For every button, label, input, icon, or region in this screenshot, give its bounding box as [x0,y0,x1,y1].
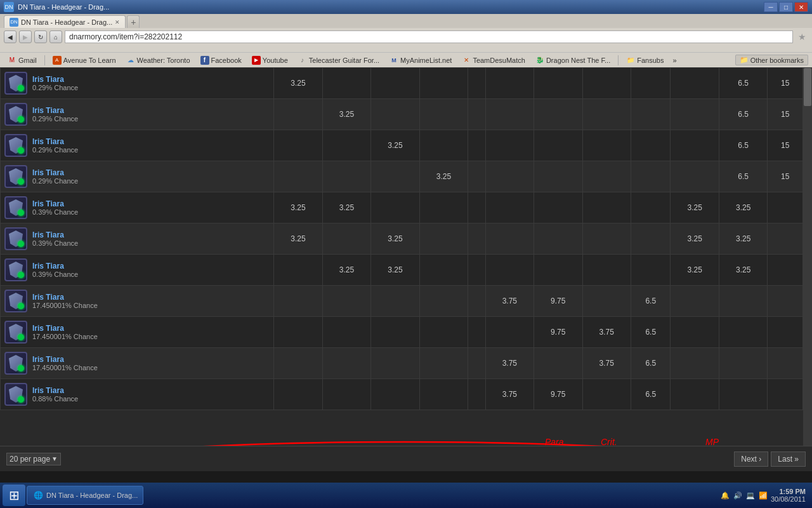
item-cell: Iris Tiara 0.29% Chance [2,131,272,159]
stat-col-6: 9.75 [534,379,582,410]
bookmark-dragonnest[interactable]: 🐉 Dragon Nest The F... [532,55,614,65]
stat-col-5 [485,68,534,99]
stat-col-2: 3.25 [371,224,419,255]
bookmark-avenue[interactable]: A Avenue To Learn [49,55,120,65]
bookmark-youtube[interactable]: ▶ Youtube [248,55,292,65]
maximize-button[interactable]: □ [779,2,793,12]
table-row[interactable]: Iris Tiara 17.450001% Chance 3.753.756.5 [1,348,803,379]
stat-col-9 [671,161,719,192]
table-row[interactable]: Iris Tiara 0.29% Chance 3.256.515 [1,130,803,161]
stat-col-7 [582,130,631,161]
bookmark-weather-label: Weather: Toronto [137,57,190,64]
stat-col-4 [468,68,485,99]
table-row[interactable]: Iris Tiara 0.29% Chance 3.256.515 [1,99,803,130]
address-bar[interactable]: dnarmory.com/item?i=282202112 [65,30,793,43]
other-bookmarks[interactable]: 📁 Other bookmarks [735,55,808,65]
table-row[interactable]: Iris Tiara 0.39% Chance 3.253.253.253.25 [1,192,803,224]
stat-col-6 [534,130,582,161]
bookmark-teamdesu[interactable]: ✕ TeamDesuMatch [458,55,529,65]
table-container: Iris Tiara 0.29% Chance 3.256.515 Iris T… [0,67,803,410]
stat-col-6 [534,348,582,379]
table-row[interactable]: Iris Tiara 0.29% Chance 3.256.515 [1,68,803,99]
stat-col-0 [274,130,322,161]
scrollbar-thumb[interactable] [804,68,811,106]
stat-col-9 [671,317,719,348]
stat-col-1 [322,130,370,161]
close-button[interactable]: ✕ [794,2,808,12]
stat-col-10: 6.5 [719,161,767,192]
table-row[interactable]: Iris Tiara 17.450001% Chance 3.759.756.5 [1,286,803,317]
stat-col-3 [419,99,468,130]
tray-icon-1: 🔔 [720,490,730,500]
item-cell: Iris Tiara 17.450001% Chance [2,287,272,315]
nav-bar: ◀ ▶ ↻ ⌂ dnarmory.com/item?i=282202112 ★ [0,28,812,46]
table-row[interactable]: Iris Tiara 0.88% Chance 3.759.756.5 [1,379,803,410]
stat-col-11: 15 [768,161,803,192]
taskbar-browser-item[interactable]: 🌐 DN Tiara - Headgear - Drag... [27,486,143,505]
url-text: dnarmory.com/item?i=282202112 [69,32,182,41]
stat-col-4 [468,348,485,379]
stat-col-4 [468,99,485,130]
item-icon [4,383,27,406]
stat-col-10: 3.25 [719,192,767,224]
start-button[interactable]: ⊞ [3,485,25,506]
item-name: Iris Tiara [32,324,98,333]
bookmark-telecaster[interactable]: ♪ Telecaster Guitar For... [294,55,383,65]
tab-close-button[interactable]: ✕ [115,19,120,25]
back-button[interactable]: ◀ [4,30,16,43]
item-chance: 17.450001% Chance [32,333,98,340]
dragonnest-icon: 🐉 [535,56,544,65]
stat-col-5: 3.75 [485,348,534,379]
stat-col-11 [768,348,803,379]
titlebar-left: DN DN Tiara - Headgear - Drag... [4,2,109,12]
bookmarks-more[interactable]: » [670,56,679,65]
home-button[interactable]: ⌂ [49,30,62,43]
table-row[interactable]: Iris Tiara 17.450001% Chance 9.753.756.5 [1,317,803,348]
new-tab-button[interactable]: + [127,15,140,28]
avenue-icon: A [53,56,62,65]
stat-col-8: 6.5 [631,286,671,317]
reload-button[interactable]: ↻ [34,30,47,43]
bookmark-avenue-label: Avenue To Learn [63,57,116,64]
active-tab[interactable]: DN DN Tiara - Headgear - Drag... ✕ [4,15,126,28]
stat-col-10: 6.5 [719,99,767,130]
scrollbar[interactable] [803,67,812,446]
next-button[interactable]: Next › [734,451,768,467]
item-name: Iris Tiara [32,355,98,364]
stat-col-1: 3.25 [322,255,370,286]
bookmark-gmail[interactable]: M Gmail [4,55,41,65]
stat-col-1 [322,161,370,192]
taskbar-item-label: DN Tiara - Headgear - Drag... [46,491,138,499]
bookmark-star[interactable]: ★ [796,30,808,43]
stat-col-6 [534,255,582,286]
stat-col-10 [719,286,767,317]
item-name: Iris Tiara [32,262,78,271]
item-name: Iris Tiara [32,293,98,302]
table-row[interactable]: Iris Tiara 0.39% Chance 3.253.253.253.25 [1,255,803,286]
table-row[interactable]: Iris Tiara 0.39% Chance 3.253.253.253.25 [1,224,803,255]
bookmark-weather[interactable]: ☁ Weather: Toronto [122,55,194,65]
item-cell: Iris Tiara 0.39% Chance [2,194,272,222]
bookmark-fansubs[interactable]: 📁 Fansubs [622,55,667,65]
stat-col-2 [371,161,419,192]
stat-col-4 [468,192,485,224]
forward-button[interactable]: ▶ [19,30,32,43]
stat-col-0 [274,379,322,410]
titlebar: DN DN Tiara - Headgear - Drag... ─ □ ✕ [0,0,812,14]
stat-col-0: 3.25 [274,68,322,99]
titlebar-controls[interactable]: ─ □ ✕ [764,2,808,12]
stat-col-5 [485,224,534,255]
per-page-dropdown[interactable]: 20 per page ▼ [6,453,61,465]
stat-col-8: 6.5 [631,348,671,379]
clock-date: 30/08/2011 [771,495,806,503]
item-cell: Iris Tiara 17.450001% Chance [2,318,272,346]
table-row[interactable]: Iris Tiara 0.29% Chance 3.256.515 [1,161,803,192]
bookmark-facebook[interactable]: f Facebook [197,55,246,65]
per-page-select[interactable]: 20 per page ▼ [6,453,61,465]
stat-col-11 [768,255,803,286]
stat-col-2: 3.25 [371,255,419,286]
minimize-button[interactable]: ─ [764,2,778,12]
last-button[interactable]: Last » [771,451,806,467]
item-cell: Iris Tiara 0.39% Chance [2,256,272,284]
bookmark-myanimelist[interactable]: M MyAnimeList.net [386,55,455,65]
